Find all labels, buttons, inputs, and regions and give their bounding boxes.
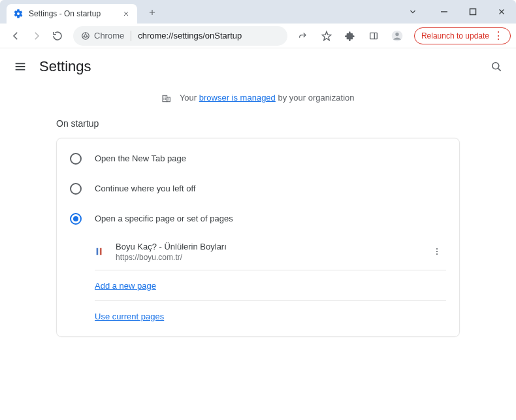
- managed-suffix: by your organization: [276, 93, 355, 103]
- tab-title: Settings - On startup: [29, 9, 121, 18]
- page-item-menu-button[interactable]: [428, 242, 446, 261]
- building-icon: [161, 93, 172, 104]
- window-controls: [398, 0, 516, 24]
- update-label: Relaunch to update: [421, 31, 489, 40]
- menu-button[interactable]: [13, 59, 27, 74]
- svg-rect-1: [470, 9, 476, 15]
- close-tab-button[interactable]: [121, 9, 131, 18]
- page-title: Settings: [39, 58, 91, 75]
- svg-point-15: [436, 251, 438, 252]
- chrome-icon: [81, 31, 90, 40]
- page-item-url: https://boyu.com.tr/: [116, 253, 428, 262]
- radio-specific[interactable]: Open a specific page or set of pages: [57, 204, 459, 234]
- back-button[interactable]: [5, 25, 26, 46]
- extensions-button[interactable]: [340, 25, 361, 46]
- svg-rect-13: [100, 248, 102, 255]
- radio-label: Open the New Tab page: [95, 153, 186, 163]
- titlebar: Settings - On startup: [0, 0, 516, 24]
- tab-search-button[interactable]: [398, 0, 427, 24]
- side-panel-button[interactable]: [363, 25, 384, 46]
- omnibox-separator: [131, 31, 131, 41]
- svg-rect-12: [97, 248, 99, 255]
- radio-icon: [70, 183, 82, 195]
- svg-point-8: [492, 63, 499, 69]
- startup-page-item: Boyu Kaç? - Ünlülerin Boyları https://bo…: [95, 234, 446, 270]
- radio-icon: [70, 153, 82, 165]
- address-bar[interactable]: Chrome chrome://settings/onStartup: [73, 26, 287, 46]
- chrome-label: Chrome: [94, 31, 124, 40]
- browser-toolbar: Chrome chrome://settings/onStartup Relau…: [0, 24, 516, 48]
- use-current-row: Use current pages: [95, 301, 446, 331]
- profile-button[interactable]: [387, 25, 408, 46]
- add-page-link[interactable]: Add a new page: [95, 281, 156, 291]
- reload-button[interactable]: [47, 25, 68, 46]
- managed-prefix: Your: [180, 93, 199, 103]
- svg-point-3: [84, 34, 87, 37]
- svg-rect-10: [167, 97, 170, 102]
- startup-card: Open the New Tab page Continue where you…: [56, 138, 460, 337]
- settings-header: Settings: [0, 48, 516, 85]
- add-page-row: Add a new page: [95, 270, 446, 300]
- svg-rect-9: [163, 95, 167, 101]
- bookmark-button[interactable]: [316, 25, 337, 46]
- radio-new-tab[interactable]: Open the New Tab page: [57, 144, 459, 174]
- search-button[interactable]: [490, 60, 503, 73]
- managed-link[interactable]: browser is managed: [199, 93, 276, 103]
- content: On startup Open the New Tab page Continu…: [0, 116, 516, 337]
- share-button[interactable]: [293, 25, 314, 46]
- svg-point-16: [436, 253, 438, 255]
- radio-label: Open a specific page or set of pages: [95, 214, 233, 223]
- url-text: chrome://settings/onStartup: [138, 31, 242, 40]
- new-tab-button[interactable]: [145, 5, 159, 20]
- chrome-scheme: Chrome: [81, 31, 124, 40]
- more-icon: ⋮: [493, 31, 504, 41]
- svg-rect-11: [95, 247, 104, 256]
- use-current-link[interactable]: Use current pages: [95, 312, 164, 321]
- radio-icon-selected: [70, 213, 82, 225]
- radio-label: Continue where you left off: [95, 184, 195, 193]
- svg-rect-4: [370, 33, 378, 39]
- maximize-button[interactable]: [459, 0, 487, 24]
- radio-continue[interactable]: Continue where you left off: [57, 174, 459, 204]
- svg-point-7: [395, 32, 398, 35]
- forward-button[interactable]: [26, 25, 47, 46]
- gear-icon: [13, 8, 24, 19]
- browser-tab[interactable]: Settings - On startup: [7, 4, 137, 24]
- relaunch-update-button[interactable]: Relaunch to update ⋮: [414, 27, 511, 44]
- minimize-button[interactable]: [430, 0, 459, 24]
- svg-point-14: [436, 248, 438, 250]
- page-item-title: Boyu Kaç? - Ünlülerin Boyları: [116, 242, 428, 251]
- managed-banner: Your browser is managed by your organiza…: [0, 85, 516, 116]
- section-title: On startup: [56, 116, 460, 138]
- site-favicon: [95, 247, 104, 256]
- close-window-button[interactable]: [487, 0, 516, 24]
